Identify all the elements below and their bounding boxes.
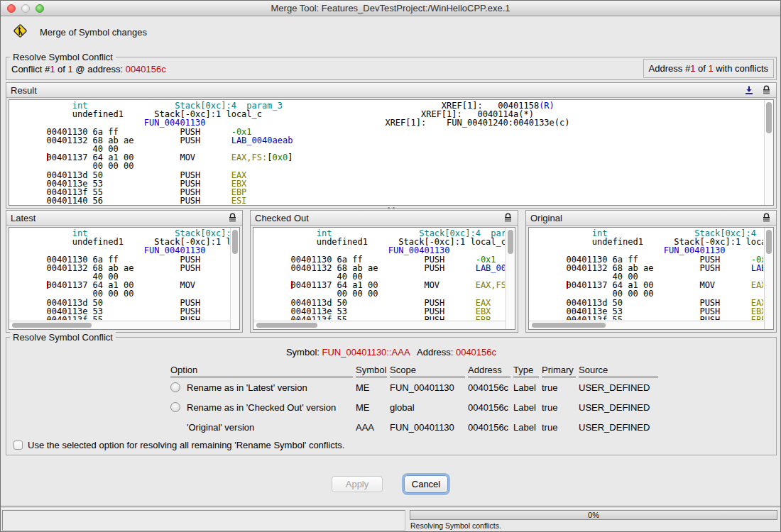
table-cell-primary: true — [542, 417, 576, 437]
status-divider — [1, 506, 780, 509]
table-cell-type: Label — [513, 397, 539, 417]
table-cell-type: Label — [513, 417, 539, 437]
checked-out-panel-header: Checked Out — [251, 211, 518, 226]
table-cell-symbol: ME — [356, 397, 387, 417]
listing-line: 0040113f 55 PUSH EBP — [255, 316, 505, 320]
option-label: 'Original' version — [187, 422, 254, 433]
table-cell-primary: true — [542, 397, 576, 417]
progress-message: Resolving Symbol conflicts. — [410, 521, 501, 530]
listing-line: 00401132 68 ab ae PUSH LAB_0040aeab — [11, 136, 763, 145]
title-bar: Merge Tool: Features_DevTestProject:/Win… — [1, 1, 780, 16]
checked-out-listing[interactable]: int Stack[0xc]:4 param_3 XREF[1]: 004011… — [255, 229, 505, 320]
option-cell[interactable]: Rename as in 'Checked Out' version — [170, 397, 353, 417]
option-cell: 'Original' version — [170, 417, 353, 437]
table-cell-scope: global — [390, 397, 465, 417]
option-radio[interactable] — [170, 382, 180, 392]
option-label: Rename as in 'Checked Out' version — [187, 402, 336, 413]
column-header-symbol: Symbol — [356, 365, 387, 377]
splitter-handle[interactable] — [244, 269, 248, 277]
vertical-scrollbar[interactable] — [230, 228, 239, 329]
table-cell-source: USER_DEFINED — [579, 377, 658, 397]
table-cell-scope: FUN_00401130 — [390, 417, 465, 437]
address-value: 0040156c — [456, 347, 496, 358]
table-cell-address: 0040156c — [468, 417, 510, 437]
lock-icon[interactable] — [760, 84, 772, 96]
group-legend: Resolve Symbol Conflict — [10, 52, 116, 62]
panel-title: Latest — [11, 213, 36, 223]
panel-title: Original — [530, 213, 562, 223]
table-cell-address: 0040156c — [468, 377, 510, 397]
table-cell-source: USER_DEFINED — [579, 397, 658, 417]
splitter-handle[interactable] — [520, 269, 523, 277]
goto-cursor-icon[interactable] — [743, 84, 755, 96]
checked-out-listing-body: int Stack[0xc]:4 param_3 XREF[1]: 004011… — [253, 227, 515, 330]
panel-title: Checked Out — [255, 213, 309, 223]
latest-panel: Latest int Stack[0xc]:4 param_3 XREF[1]:… — [6, 210, 243, 333]
result-panel-header: Result — [6, 83, 776, 98]
original-panel-header: Original — [526, 211, 776, 226]
panel-title: Result — [11, 85, 37, 96]
result-listing-body: int Stack[0xc]:4 param_3 XREF[1]: 004011… — [9, 99, 774, 206]
resolve-options-group: Resolve Symbol Conflict Symbol: FUN_0040… — [6, 337, 777, 455]
latest-listing-body: int Stack[0xc]:4 param_3 XREF[1]: 004011… — [9, 227, 240, 330]
original-listing-body: int Stack[0xc]:4 param_3 XREF[1]: 004011… — [528, 227, 774, 330]
latest-panel-header: Latest — [6, 211, 242, 226]
table-cell-source: USER_DEFINED — [579, 417, 658, 437]
window-title: Merge Tool: Features_DevTestProject:/Win… — [1, 3, 780, 13]
column-header-source: Source — [579, 365, 658, 377]
conflict-counter: Conflict #1 of 1 @ address: 0040156c — [11, 64, 166, 74]
apply-to-all-label: Use the selected option for resolving al… — [28, 440, 344, 450]
column-header-primary: Primary — [542, 365, 576, 377]
column-header-option: Option — [170, 365, 353, 377]
table-cell-primary: true — [542, 377, 576, 397]
symbol-value: FUN_00401130::AAA — [322, 347, 410, 358]
status-message-area — [2, 510, 405, 531]
result-panel: Result int — [6, 82, 777, 209]
progress-area: 0% Resolving Symbol conflicts. — [408, 510, 779, 531]
original-panel: Original int Stack[0xc]:4 param_3 XREF[1… — [525, 210, 777, 333]
lock-icon[interactable] — [502, 212, 513, 223]
listing-line: 00401140 56 PUSH ESI — [11, 196, 763, 204]
column-header-type: Type — [513, 365, 539, 377]
horizontal-scrollbar[interactable] — [253, 321, 506, 329]
apply-button[interactable]: Apply — [332, 476, 383, 492]
listing-line: 0040113f 55 PUSH EBP — [11, 316, 229, 320]
vertical-scrollbar[interactable] — [506, 228, 515, 329]
table-cell-scope: FUN_00401130 — [390, 377, 465, 397]
conflict-info-group: Resolve Symbol Conflict Conflict #1 of 1… — [6, 57, 777, 80]
option-cell[interactable]: Rename as in 'Latest' version — [170, 377, 353, 397]
conflict-options-table: Option Symbol Scope Address Type Primary… — [170, 365, 658, 437]
table-cell-type: Label — [513, 377, 539, 397]
lock-icon[interactable] — [760, 212, 772, 223]
result-listing[interactable]: int Stack[0xc]:4 param_3 XREF[1]: 004011… — [11, 101, 763, 204]
checked-out-panel: Checked Out int Stack[0xc]:4 param_3 XRE… — [250, 210, 518, 333]
address-counter: Address #1 of 1 with conflicts — [643, 59, 774, 78]
table-cell-symbol: ME — [356, 377, 387, 397]
symbol-address-line: Symbol: FUN_00401130::AAA Address: 00401… — [6, 347, 776, 358]
table-cell-address: 0040156c — [468, 397, 510, 417]
lock-icon[interactable] — [226, 212, 238, 223]
page-title: Merge of Symbol changes — [40, 27, 147, 38]
apply-to-all-row: Use the selected option for resolving al… — [13, 440, 344, 450]
column-header-scope: Scope — [390, 365, 465, 377]
horizontal-scrollbar[interactable] — [529, 321, 764, 329]
option-label: Rename as in 'Latest' version — [187, 382, 307, 393]
cancel-button[interactable]: Cancel — [404, 475, 448, 493]
vertical-scrollbar[interactable] — [764, 228, 773, 329]
horizontal-scrollbar[interactable] — [9, 321, 230, 329]
column-header-address: Address — [468, 365, 510, 377]
latest-listing[interactable]: int Stack[0xc]:4 param_3 XREF[1]: 004011… — [11, 229, 229, 320]
progress-bar: 0% — [410, 510, 777, 520]
original-listing[interactable]: int Stack[0xc]:4 param_3 XREF[1]: 004011… — [530, 229, 763, 320]
table-cell-symbol: AAA — [356, 417, 387, 437]
group-legend: Resolve Symbol Conflict — [10, 332, 116, 343]
merge-sign-icon — [12, 23, 28, 42]
merge-tool-window: Merge Tool: Features_DevTestProject:/Win… — [0, 0, 781, 532]
option-radio[interactable] — [170, 402, 180, 412]
listing-line: 0040113f 55 PUSH EBP — [530, 316, 763, 320]
vertical-scrollbar[interactable] — [764, 100, 773, 205]
apply-to-all-checkbox[interactable] — [13, 440, 23, 450]
